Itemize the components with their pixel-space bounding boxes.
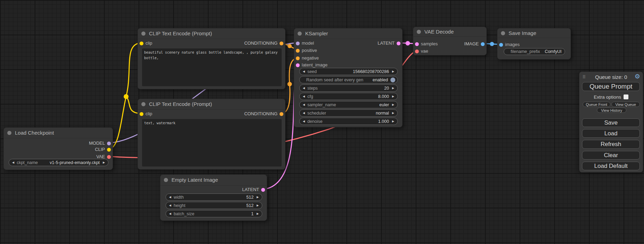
view-history-button[interactable]: View History (597, 108, 626, 113)
arrow-right-icon[interactable]: ▶ (392, 70, 394, 73)
arrow-left-icon[interactable]: ◀ (12, 161, 14, 164)
filename-prefix-widget[interactable]: filename_prefix ComfyUI (504, 48, 565, 55)
scheduler-widget[interactable]: ◀ scheduler normal ▶ (299, 109, 398, 117)
conditioning-port-dot[interactable] (280, 42, 283, 45)
view-queue-button[interactable]: View Queue (611, 102, 640, 107)
seed-widget[interactable]: ◀ seed 156680208700286 ▶ (299, 68, 398, 75)
collapse-dot-icon[interactable] (501, 31, 505, 35)
node-load-checkpoint[interactable]: Load Checkpoint MODEL CLIP VAE ◀ ckpt_na… (3, 127, 113, 170)
output-model[interactable]: MODEL (89, 141, 113, 146)
input-latent-image[interactable]: latent_image (294, 62, 327, 68)
arrow-left-icon[interactable]: ◀ (303, 95, 305, 98)
gear-icon[interactable]: ⚙ (635, 73, 640, 80)
steps-widget[interactable]: ◀ steps 20 ▶ (299, 84, 398, 92)
input-model[interactable]: model (294, 40, 314, 46)
width-widget[interactable]: ◀ width 512 ▶ (166, 193, 262, 201)
sampler-name-widget[interactable]: ◀ sampler_name euler ▶ (299, 101, 398, 108)
node-clip-text-encode-negative[interactable]: CLIP Text Encode (Prompt) clip CONDITION… (138, 99, 285, 170)
arrow-left-icon[interactable]: ◀ (303, 112, 305, 115)
input-negative[interactable]: negative (294, 55, 319, 61)
extra-options-checkbox[interactable] (624, 94, 628, 99)
queue-front-button[interactable]: Queue Front (583, 102, 610, 107)
image-port-dot[interactable] (481, 42, 485, 46)
cfg-widget[interactable]: ◀ cfg 8.000 ▶ (299, 93, 398, 100)
input-vae[interactable]: vae (413, 48, 428, 54)
model-port-dot[interactable] (296, 42, 300, 45)
input-clip[interactable]: clip (138, 111, 152, 117)
node-header[interactable]: KSampler (294, 28, 402, 39)
load-default-button[interactable]: Load Default (582, 162, 640, 170)
conditioning-port-dot[interactable] (280, 112, 283, 116)
clip-port-dot[interactable] (140, 42, 143, 45)
arrow-left-icon[interactable]: ◀ (169, 204, 171, 207)
clip-port-dot[interactable] (140, 112, 143, 116)
arrow-right-icon[interactable]: ▶ (392, 112, 394, 115)
arrow-right-icon[interactable]: ▶ (392, 95, 394, 98)
collapse-dot-icon[interactable] (417, 30, 421, 34)
arrow-right-icon[interactable]: ▶ (103, 161, 105, 164)
collapse-dot-icon[interactable] (7, 131, 11, 135)
denoise-widget[interactable]: ◀ denoise 1.000 ▶ (299, 118, 398, 125)
output-conditioning[interactable]: CONDITIONING (244, 40, 285, 46)
input-images[interactable]: images (497, 42, 520, 47)
collapse-dot-icon[interactable] (164, 178, 168, 182)
node-header[interactable]: Empty Latent Image (160, 175, 267, 186)
collapse-dot-icon[interactable] (298, 31, 302, 36)
collapse-dot-icon[interactable] (141, 31, 145, 36)
clip-port-dot[interactable] (107, 148, 111, 152)
negative-prompt-textarea[interactable]: text, watermark (142, 119, 282, 166)
node-header[interactable]: VAE Decode (413, 27, 486, 37)
positive-prompt-textarea[interactable]: beautiful scenery nature glass bottle la… (142, 48, 282, 86)
arrow-right-icon[interactable]: ▶ (257, 196, 259, 199)
arrow-right-icon[interactable]: ▶ (392, 120, 394, 123)
arrow-left-icon[interactable]: ◀ (169, 196, 171, 199)
input-clip[interactable]: clip (138, 40, 152, 46)
arrow-left-icon[interactable]: ◀ (303, 87, 305, 90)
arrow-right-icon[interactable]: ▶ (392, 87, 394, 90)
arrow-left-icon[interactable]: ◀ (169, 213, 171, 215)
image-port-dot[interactable] (499, 43, 503, 47)
model-port-dot[interactable] (107, 142, 111, 145)
vae-port-dot[interactable] (415, 49, 419, 53)
input-positive[interactable]: positive (294, 48, 317, 53)
latent-port-dot[interactable] (261, 188, 265, 192)
node-empty-latent-image[interactable]: Empty Latent Image LATENT ◀ width 512 ▶ … (160, 174, 267, 221)
batch-size-widget[interactable]: ◀ batch_size 1 ▶ (166, 210, 262, 217)
output-latent[interactable]: LATENT (242, 187, 267, 192)
clear-button[interactable]: Clear (582, 151, 640, 160)
node-header[interactable]: CLIP Text Encode (Prompt) (138, 28, 285, 39)
node-header[interactable]: Load Checkpoint (4, 128, 113, 138)
node-header[interactable]: Save Image (497, 28, 571, 38)
vae-port-dot[interactable] (107, 155, 111, 159)
arrow-right-icon[interactable]: ▶ (257, 204, 259, 207)
refresh-button[interactable]: Refresh (582, 140, 640, 149)
node-save-image[interactable]: Save Image images filename_prefix ComfyU… (497, 28, 571, 60)
latent-port-dot[interactable] (397, 42, 400, 45)
arrow-left-icon[interactable]: ◀ (303, 70, 305, 73)
output-latent[interactable]: LATENT (378, 40, 402, 46)
node-vae-decode[interactable]: VAE Decode samples vae IMAGE (413, 27, 487, 55)
conditioning-port-dot[interactable] (296, 56, 300, 60)
load-button[interactable]: Load (582, 129, 640, 138)
output-clip[interactable]: CLIP (95, 147, 113, 152)
node-graph-canvas[interactable]: Load Checkpoint MODEL CLIP VAE ◀ ckpt_na… (0, 0, 644, 244)
node-clip-text-encode-positive[interactable]: CLIP Text Encode (Prompt) clip CONDITION… (138, 28, 285, 89)
output-conditioning[interactable]: CONDITIONING (244, 111, 285, 117)
node-header[interactable]: CLIP Text Encode (Prompt) (138, 99, 285, 110)
arrow-right-icon[interactable]: ▶ (392, 103, 394, 106)
ckpt-name-widget[interactable]: ◀ ckpt_name v1-5-pruned-emaonly.ckpt ▶ (9, 159, 108, 166)
latent-port-dot[interactable] (296, 63, 300, 67)
arrow-left-icon[interactable]: ◀ (303, 120, 305, 123)
arrow-right-icon[interactable]: ▶ (257, 213, 259, 215)
node-ksampler[interactable]: KSampler model positive negative latent_… (294, 28, 403, 127)
output-image[interactable]: IMAGE (464, 41, 486, 47)
queue-prompt-button[interactable]: Queue Prompt (582, 82, 640, 91)
input-samples[interactable]: samples (413, 41, 438, 47)
collapse-dot-icon[interactable] (141, 102, 145, 106)
arrow-left-icon[interactable]: ◀ (303, 103, 305, 106)
height-widget[interactable]: ◀ height 512 ▶ (166, 202, 262, 209)
save-button[interactable]: Save (582, 118, 640, 127)
toggle-dot-icon[interactable] (390, 78, 395, 82)
latent-port-dot[interactable] (415, 42, 419, 46)
conditioning-port-dot[interactable] (296, 49, 300, 53)
